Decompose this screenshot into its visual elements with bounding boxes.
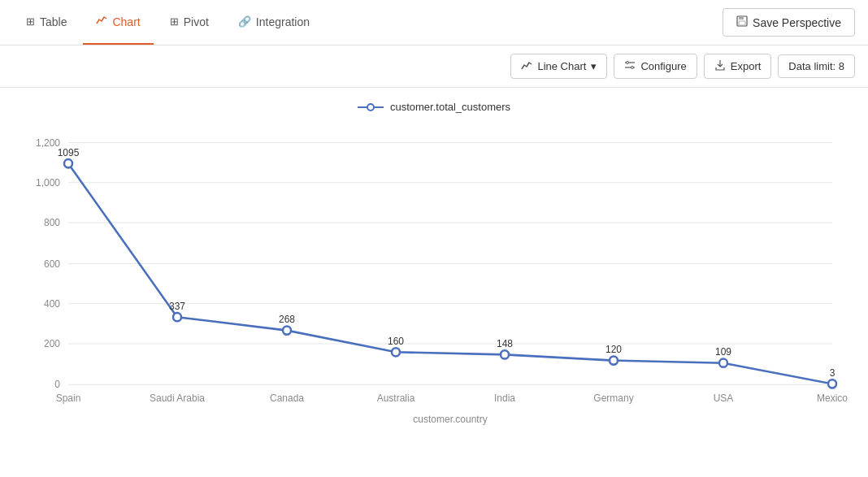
data-limit: Data limit: 8	[778, 54, 855, 78]
tabs: ⊞ Table Chart ⊞ Pivot 🔗 Integration	[13, 0, 323, 45]
tab-chart[interactable]: Chart	[83, 0, 153, 45]
svg-text:337: 337	[169, 301, 185, 312]
tab-pivot-label: Pivot	[184, 15, 209, 28]
svg-text:Spain: Spain	[56, 392, 81, 404]
svg-text:USA: USA	[714, 392, 735, 404]
data-point-india	[501, 350, 509, 358]
svg-text:268: 268	[279, 314, 295, 325]
svg-text:India: India	[494, 392, 515, 404]
svg-text:1095: 1095	[58, 147, 80, 158]
tab-pivot[interactable]: ⊞ Pivot	[157, 0, 222, 45]
svg-text:Australia: Australia	[377, 392, 415, 404]
top-bar: ⊞ Table Chart ⊞ Pivot 🔗 Integration	[0, 0, 868, 46]
legend-icon	[358, 102, 384, 112]
svg-text:3: 3	[830, 367, 835, 379]
data-point-germany	[610, 356, 618, 364]
svg-rect-1	[739, 16, 744, 20]
table-icon: ⊞	[26, 15, 35, 28]
svg-text:1,000: 1,000	[36, 177, 60, 189]
tab-integration-label: Integration	[256, 15, 310, 28]
svg-point-6	[631, 67, 634, 69]
data-point-mexico	[828, 379, 836, 388]
svg-text:109: 109	[715, 346, 731, 358]
tab-chart-label: Chart	[112, 15, 140, 28]
tab-table[interactable]: ⊞ Table	[13, 0, 80, 45]
legend-label: customer.total_customers	[390, 101, 510, 113]
svg-text:200: 200	[44, 338, 60, 349]
configure-icon	[624, 59, 636, 73]
pivot-icon: ⊞	[170, 15, 179, 28]
svg-text:Canada: Canada	[270, 392, 304, 404]
data-point-usa	[719, 359, 727, 367]
svg-text:120: 120	[605, 344, 622, 355]
tab-integration[interactable]: 🔗 Integration	[225, 0, 323, 45]
line-chart-icon	[521, 59, 532, 73]
svg-text:600: 600	[44, 258, 60, 269]
chart-type-label: Line Chart	[537, 60, 586, 72]
integration-icon: 🔗	[238, 15, 251, 28]
chart-type-button[interactable]: Line Chart ▾	[510, 54, 607, 79]
chart-legend: customer.total_customers	[20, 101, 848, 113]
save-perspective-label: Save Perspective	[753, 16, 841, 29]
svg-text:800: 800	[44, 217, 60, 228]
data-point-canada	[283, 326, 291, 334]
export-label: Export	[731, 60, 762, 72]
svg-point-8	[367, 104, 374, 111]
save-icon	[736, 15, 748, 29]
chart-svg: 1,200 1,000 800 600 400 200 0	[20, 126, 848, 435]
svg-text:Germany: Germany	[593, 392, 634, 404]
configure-label: Configure	[640, 60, 686, 72]
save-perspective-button[interactable]: Save Perspective	[723, 8, 855, 37]
svg-text:0: 0	[54, 379, 60, 390]
data-point-australia	[392, 348, 400, 356]
data-point-saudi-arabia	[173, 313, 181, 321]
toolbar: Line Chart ▾ Configure Export Data limit…	[0, 46, 868, 88]
svg-text:Mexico: Mexico	[817, 392, 848, 404]
svg-text:160: 160	[388, 336, 404, 347]
chart-icon	[96, 15, 107, 28]
svg-point-5	[627, 62, 629, 64]
data-point-spain	[64, 159, 72, 167]
svg-text:customer.country: customer.country	[413, 413, 488, 424]
svg-rect-2	[739, 21, 745, 25]
data-limit-text: Data limit: 8	[788, 60, 844, 72]
export-button[interactable]: Export	[704, 54, 772, 79]
chart-area: customer.total_customers 1,200 1,000 800…	[0, 88, 868, 454]
tab-table-label: Table	[40, 15, 67, 28]
svg-text:148: 148	[497, 338, 513, 349]
chevron-down-icon: ▾	[591, 60, 597, 72]
line-chart: 1,200 1,000 800 600 400 200 0	[20, 126, 848, 435]
svg-text:Saudi Arabia: Saudi Arabia	[150, 392, 205, 404]
configure-button[interactable]: Configure	[614, 54, 697, 79]
export-icon	[714, 59, 726, 73]
svg-text:400: 400	[44, 298, 60, 310]
